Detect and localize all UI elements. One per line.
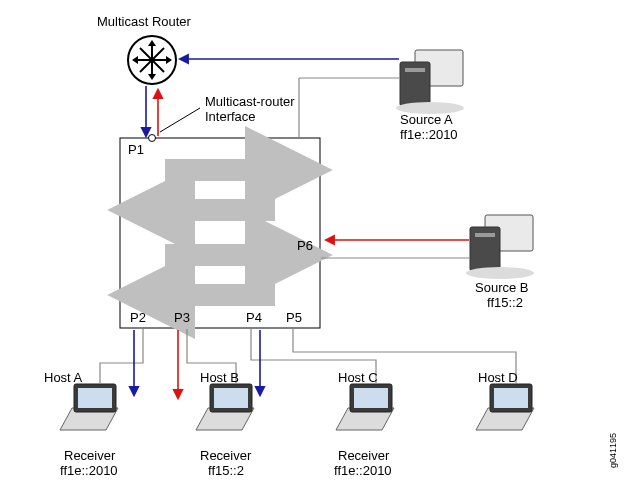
host-b-role: Receiver [200,448,251,463]
host-a-name: Host A [44,370,82,385]
host-d-icon [476,384,534,430]
host-b-group: ff15::2 [208,463,244,478]
host-c-icon [336,384,394,430]
host-c-role: Receiver [338,448,389,463]
diagram-svg [0,0,630,504]
port-p6: P6 [297,238,313,253]
host-d-name: Host D [478,370,518,385]
port-p5: P5 [286,310,302,325]
host-c-name: Host C [338,370,378,385]
svg-point-17 [466,267,534,279]
interface-label: Multicast-routerInterface [205,94,295,124]
source-a-icon [396,50,464,114]
host-a-icon [60,384,118,430]
port-p2: P2 [130,310,146,325]
source-b-icon [466,215,534,279]
source-b-group: ff15::2 [487,295,523,310]
wire-p2-hosta [100,329,143,383]
interface-pointer [160,108,200,132]
diagram-canvas: Multicast Router Multicast-routerInterfa… [0,0,630,504]
figure-id: g041195 [608,433,618,468]
host-b-icon [196,384,254,430]
host-a-role: Receiver [64,448,115,463]
host-a-group: ff1e::2010 [60,463,118,478]
host-b-name: Host B [200,370,239,385]
svg-rect-21 [214,388,248,408]
multicast-router-label: Multicast Router [97,14,191,29]
svg-rect-16 [475,233,495,237]
svg-rect-11 [405,68,425,72]
source-a-name: Source A [400,112,453,127]
port-p3: P3 [174,310,190,325]
svg-rect-19 [78,388,112,408]
host-c-group: ff1e::2010 [334,463,392,478]
multicast-router-icon [128,36,176,84]
port-p1: P1 [128,142,144,157]
port-p1-ring [149,135,156,142]
source-a-group: ff1e::2010 [400,127,458,142]
source-b-name: Source B [475,280,528,295]
svg-rect-23 [354,388,388,408]
svg-rect-25 [494,388,528,408]
port-p4: P4 [246,310,262,325]
